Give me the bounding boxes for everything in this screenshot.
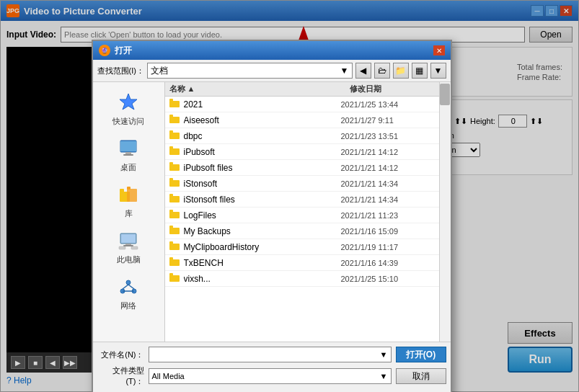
filetype-row: 文件类型(T)： All Media ▼ 取消 <box>97 365 446 387</box>
location-combo[interactable]: 文档 ▼ <box>147 63 353 79</box>
name-column-header[interactable]: 名称 ▲ <box>165 84 345 94</box>
monitor-icon <box>117 137 140 160</box>
file-date: 2021/1/21 14:34 <box>341 195 435 204</box>
dialog-cancel-button[interactable]: 取消 <box>396 368 446 384</box>
file-list-item[interactable]: iPubsoft 2021/1/21 14:12 <box>165 144 439 160</box>
file-name: vixsh... <box>184 274 341 284</box>
dialog-ok-button[interactable]: 打开(O) <box>396 347 446 362</box>
dialog-close-button[interactable]: ✕ <box>433 45 445 55</box>
file-list: 2021 2021/1/25 13:44 Aiseesoft 2021/1/27… <box>165 97 439 342</box>
file-list-item[interactable]: MyClipboardHistory 2021/1/19 11:17 <box>165 239 439 255</box>
filetype-label: 文件类型(T)： <box>97 365 144 387</box>
svg-rect-46 <box>169 273 173 276</box>
dialog-title-text: 打开 <box>115 45 433 57</box>
nav-network[interactable]: 网络 <box>100 271 157 316</box>
file-list-item[interactable]: Aiseesoft 2021/1/27 9:11 <box>165 112 439 128</box>
svg-rect-44 <box>169 257 173 260</box>
dialog-overlay: 🔮 打开 ✕ 查找范围(I)： 文档 ▼ ◀ 🗁 📁 ▦ ▼ <box>1 1 578 391</box>
nav-library[interactable]: 库 <box>100 179 157 223</box>
date-column-header[interactable]: 修改日期 <box>345 84 439 94</box>
location-label: 查找范围(I)： <box>97 66 144 76</box>
filename-dropdown-icon: ▼ <box>380 350 388 359</box>
svg-rect-27 <box>169 133 180 139</box>
dialog-bottom: 文件名(N)： ▼ 打开(O) 文件类型(T)： All Media ▼ 取消 <box>93 342 451 392</box>
network-label: 网络 <box>120 300 136 311</box>
svg-rect-24 <box>169 99 173 102</box>
svg-rect-23 <box>169 101 180 107</box>
new-folder-button[interactable]: ▦ <box>412 63 428 79</box>
file-list-item[interactable]: vixsh... 2021/1/25 15:10 <box>165 271 439 287</box>
svg-rect-38 <box>169 210 173 213</box>
folder-icon <box>169 226 181 237</box>
scrollbar-vertical[interactable] <box>439 82 451 342</box>
file-name: Aiseesoft <box>184 115 341 125</box>
file-date: 2021/1/25 13:44 <box>341 100 435 109</box>
nav-this-pc[interactable]: 此电脑 <box>100 225 157 270</box>
file-date: 2021/1/21 11:23 <box>341 211 435 220</box>
file-list-item[interactable]: iStonsoft files 2021/1/21 14:34 <box>165 192 439 208</box>
views-button[interactable]: ▼ <box>430 63 446 79</box>
file-name: iPubsoft <box>184 147 341 157</box>
folder-icon <box>169 210 181 221</box>
svg-rect-45 <box>169 275 180 282</box>
folder-icon <box>169 146 181 158</box>
file-date: 2021/1/21 14:34 <box>341 179 435 188</box>
svg-rect-14 <box>123 245 133 246</box>
svg-rect-26 <box>169 115 173 117</box>
forward-button[interactable]: 🗁 <box>374 63 390 79</box>
svg-rect-42 <box>169 241 173 244</box>
folder-icon <box>169 273 181 285</box>
file-list-item[interactable]: dbpc 2021/1/23 13:51 <box>165 128 439 144</box>
file-name: iPubsoft files <box>184 163 341 173</box>
desktop-label: 桌面 <box>120 162 136 173</box>
star-icon <box>117 91 140 114</box>
quick-access-label: 快速访问 <box>112 116 144 127</box>
file-dialog: 🔮 打开 ✕ 查找范围(I)： 文档 ▼ ◀ 🗁 📁 ▦ ▼ <box>92 40 452 392</box>
file-date: 2021/1/27 9:11 <box>341 116 435 125</box>
filename-label: 文件名(N)： <box>97 349 144 360</box>
svg-marker-2 <box>120 94 137 110</box>
svg-rect-25 <box>169 117 180 123</box>
svg-rect-32 <box>169 162 173 165</box>
filetype-combo[interactable]: All Media ▼ <box>149 368 392 384</box>
file-date: 2021/1/21 14:12 <box>341 148 435 156</box>
svg-rect-12 <box>121 234 136 243</box>
dialog-body: 快速访问 桌面 <box>93 82 451 342</box>
svg-rect-15 <box>119 246 125 249</box>
svg-rect-40 <box>169 226 173 228</box>
nav-desktop[interactable]: 桌面 <box>100 133 157 177</box>
file-date: 2021/1/21 14:12 <box>341 164 435 172</box>
svg-rect-6 <box>123 154 133 156</box>
this-pc-label: 此电脑 <box>117 254 141 265</box>
file-list-area: 名称 ▲ 修改日期 2021 2021/1/25 13:44 Aiseesoft… <box>165 82 439 342</box>
file-name: LogFiles <box>184 210 341 220</box>
folder-icon <box>169 257 181 269</box>
file-list-header: 名称 ▲ 修改日期 <box>165 82 439 97</box>
file-list-item[interactable]: My Backups 2021/1/16 15:09 <box>165 223 439 239</box>
computer-icon <box>117 229 140 252</box>
back-button[interactable]: ◀ <box>355 63 371 79</box>
filename-combo[interactable]: ▼ <box>149 347 392 362</box>
file-name: dbpc <box>184 131 341 141</box>
svg-rect-4 <box>120 141 136 151</box>
file-name: MyClipboardHistory <box>184 242 341 252</box>
file-list-item[interactable]: iStonsoft 2021/1/21 14:34 <box>165 176 439 192</box>
folder-icon <box>169 99 181 110</box>
svg-line-21 <box>128 285 134 289</box>
nav-panel: 快速访问 桌面 <box>93 82 165 342</box>
folder-icon <box>169 162 181 174</box>
dialog-title-bar: 🔮 打开 ✕ <box>93 41 451 60</box>
up-button[interactable]: 📁 <box>393 63 409 79</box>
file-date: 2021/1/16 15:09 <box>341 227 435 236</box>
file-list-item[interactable]: iPubsoft files 2021/1/21 14:12 <box>165 160 439 176</box>
library-label: 库 <box>125 208 133 219</box>
file-list-item[interactable]: LogFiles 2021/1/21 11:23 <box>165 208 439 223</box>
file-list-item[interactable]: 2021 2021/1/25 13:44 <box>165 97 439 112</box>
svg-rect-37 <box>169 212 180 218</box>
filetype-value: All Media <box>152 372 185 380</box>
folder-icon <box>169 130 181 142</box>
folder-icon <box>169 194 181 205</box>
nav-quick-access[interactable]: 快速访问 <box>100 86 157 131</box>
file-list-item[interactable]: TxBENCH 2021/1/16 14:39 <box>165 255 439 271</box>
filename-row: 文件名(N)： ▼ 打开(O) <box>97 347 446 362</box>
